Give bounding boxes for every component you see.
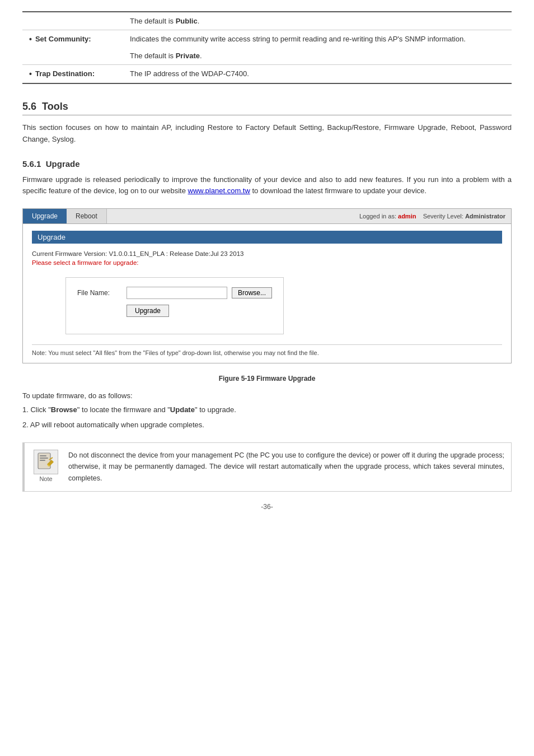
section-561-number: 5.6.1: [22, 159, 41, 169]
severity-label: Severity Level:: [423, 213, 463, 220]
note-icon-svg: [36, 452, 56, 472]
section-561-body2: to download the latest firmware to updat…: [250, 186, 427, 195]
panel-note: Note: You must select "All files" from t…: [32, 344, 502, 356]
tab-reboot[interactable]: Reboot: [67, 209, 107, 223]
step1-prefix: 1. Click ": [22, 405, 51, 414]
section-56-number: 5.6: [22, 101, 36, 112]
upgrade-panel: Upgrade Reboot Logged in as: admin Sever…: [22, 208, 512, 363]
table-cell-set-community-label: Set Community:: [22, 30, 123, 65]
step-2: 2. AP will reboot automatically when upg…: [22, 419, 512, 431]
panel-body: Upgrade Current Firmware Version: V1.0.0…: [23, 224, 511, 363]
table-cell-set-community-content: Indicates the community write access str…: [123, 30, 512, 65]
table-row-set-community: Set Community: Indicates the community w…: [22, 30, 512, 65]
file-name-input[interactable]: [127, 287, 227, 299]
step1-suffix: " to upgrade.: [195, 405, 236, 414]
firmware-version: Current Firmware Version: V1.0.0.11_EN_P…: [32, 250, 502, 257]
logged-in-label: Logged in as:: [359, 213, 396, 220]
section-561-heading: 5.6.1 Upgrade: [22, 159, 512, 169]
page-number: -36-: [22, 503, 512, 511]
svg-rect-2: [40, 458, 48, 459]
table-cell-default-public: The default is Public.: [123, 12, 512, 30]
table-row-default-public: The default is Public.: [22, 12, 512, 30]
note-text: Do not disconnect the device from your m…: [68, 450, 504, 484]
svg-rect-3: [40, 460, 45, 461]
upgrade-row: Upgrade: [77, 305, 272, 317]
upgrade-button[interactable]: Upgrade: [127, 305, 169, 317]
severity-value: Administrator: [465, 213, 505, 220]
table-cell-trap-content: The IP address of the WDAP-C7400.: [123, 65, 512, 84]
file-name-label: File Name:: [77, 289, 122, 297]
table-cell-trap-label: Trap Destination:: [22, 65, 123, 84]
topbar-right: Logged in as: admin Severity Level: Admi…: [354, 211, 511, 222]
firmware-select-label: Please select a firmware for upgrade:: [32, 259, 502, 266]
file-form: File Name: Browse... Upgrade: [65, 277, 284, 334]
logged-in-user: admin: [398, 213, 416, 220]
step1-mid: " to locate the firmware and ": [77, 405, 170, 414]
note-icon-container: Note: [31, 450, 60, 482]
tab-upgrade[interactable]: Upgrade: [23, 209, 67, 223]
panel-note-text: Note: You must select "All files" from t…: [32, 349, 319, 356]
steps-intro: To update firmware, do as follows:: [22, 391, 512, 400]
section-56-title: Tools: [42, 101, 68, 112]
note-icon-img: [34, 450, 58, 474]
section-561-title: Upgrade: [46, 159, 80, 169]
bullet-set-community: Set Community:: [29, 35, 116, 44]
figure-caption: Figure 5-19 Firmware Upgrade: [22, 375, 512, 382]
step1-update: Update: [170, 405, 195, 414]
section-561-body: Firmware upgrade is released periodicall…: [22, 174, 512, 198]
panel-section-title: Upgrade: [32, 231, 502, 244]
note-box: Note Do not disconnect the device from y…: [22, 442, 512, 492]
note-label: Note: [39, 475, 52, 482]
file-name-row: File Name: Browse...: [77, 287, 272, 299]
panel-topbar: Upgrade Reboot Logged in as: admin Sever…: [23, 209, 511, 224]
browse-button[interactable]: Browse...: [232, 287, 272, 298]
figure-caption-bold: Figure 5-19 Firmware Upgrade: [219, 375, 316, 382]
section-56-heading: 5.6 Tools: [22, 101, 512, 115]
step-1: 1. Click "Browse" to locate the firmware…: [22, 404, 512, 416]
bullet-trap-destination: Trap Destination:: [29, 69, 116, 78]
table-row-trap-destination: Trap Destination: The IP address of the …: [22, 65, 512, 84]
info-table: The default is Public. Set Community: In…: [22, 11, 512, 84]
step1-browse: Browse: [51, 405, 77, 414]
section-56-body: This section focuses on how to maintain …: [22, 122, 512, 146]
svg-rect-1: [40, 455, 46, 456]
planet-link[interactable]: www.planet.com.tw: [188, 186, 250, 195]
table-cell-label-empty: [22, 12, 123, 30]
